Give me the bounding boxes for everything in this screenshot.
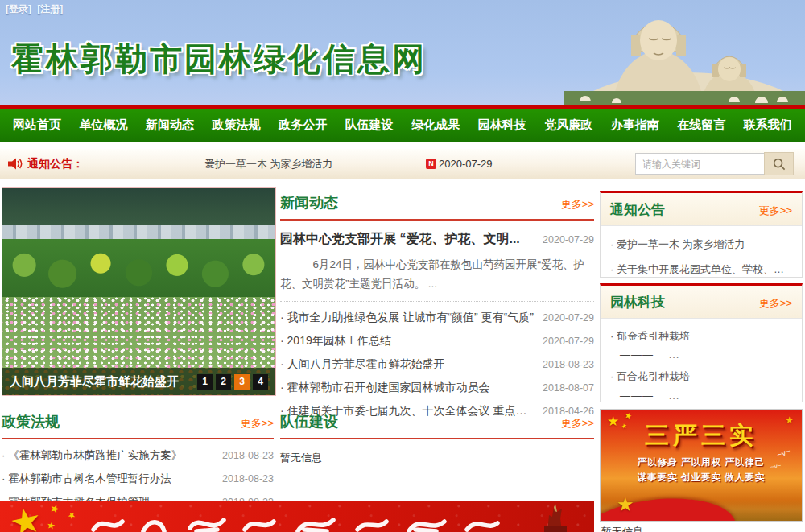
garden-tech-header: 园林科技 更多>> (601, 286, 802, 319)
nav-item-team[interactable]: 队伍建设 (345, 118, 394, 133)
garden-tech-body: 郁金香引种栽培 ——— ... 百合花引种栽培 ——— ... (601, 319, 802, 414)
nav-item-policy[interactable]: 政策法规 (213, 118, 261, 133)
dove-icon: ~v~ (770, 462, 782, 471)
policy-section: 政策法规 更多>> 《霍林郭勒市林荫路推广实施方案》 2018-08-23 霍林… (2, 412, 274, 513)
policy-link[interactable]: 《霍林郭勒市林荫路推广实施方案》 (2, 448, 188, 463)
nav-item-party[interactable]: 党风廉政 (544, 118, 592, 133)
news-title: 新闻动态 (280, 193, 338, 212)
right-bottom-empty-text: 暂无信息 (601, 525, 643, 532)
search-icon (773, 158, 786, 171)
news-section: 新闻动态 更多>> 园林中心党支部开展 “爱花、护花、文明... 2020-07… (280, 193, 594, 423)
carousel-pagination: 1 2 3 4 (197, 374, 268, 390)
news-date: 2020-07-29 (543, 312, 594, 324)
search-button[interactable] (764, 152, 794, 175)
team-section: 队伍建设 更多>> 暂无信息 (280, 412, 594, 465)
notice-box-title: 通知公告 (610, 200, 665, 219)
featured-news-date: 2020-07-29 (543, 234, 594, 245)
tech-link[interactable]: 百合花引种栽培 (610, 365, 792, 387)
notice-ticker-link[interactable]: 爱护一草一木 为家乡增活力 (204, 157, 426, 171)
policy-list-item: 霍林郭勒市古树名木管理暂行办法 2018-08-23 (2, 467, 274, 490)
news-date: 2018-08-23 (543, 359, 594, 370)
speaker-icon (8, 158, 23, 170)
notice-box: 通知公告 更多>> 爱护一草一木 为家乡增活力 关于集中开展花园式单位、学校、工… (600, 191, 803, 278)
main-nav: 网站首页 单位概况 新闻动态 政策法规 政务公开 队伍建设 绿化成果 园林科技 … (0, 109, 805, 142)
nav-item-news[interactable]: 新闻动态 (146, 118, 194, 133)
nav-item-greening[interactable]: 绿化成果 (411, 118, 460, 133)
carousel-page-1[interactable]: 1 (197, 374, 213, 390)
news-list: 我市全力助推绿色发展 让城市有“颜值” 更有“气质” 2020-07-29 20… (280, 306, 594, 423)
news-link[interactable]: 我市全力助推绿色发展 让城市有“颜值” 更有“气质” (280, 311, 540, 325)
featured-news-summary: 6月24日，园林中心党支部在敖包山芍药园开展“爱花、护花、文明赏花”主题党日活动… (280, 255, 594, 293)
search-input[interactable] (635, 153, 764, 175)
genghis-khan-statues-image (564, 0, 805, 105)
star-icon: ★ (46, 519, 56, 532)
news-link[interactable]: 霍林郭勒市召开创建国家园林城市动员会 (280, 381, 497, 395)
sanyan-banner-line2: 谋事要实 创业要实 做人要实 (601, 472, 802, 484)
star-icon: ★ (65, 509, 78, 522)
tech-stub-line: ——— (620, 348, 654, 361)
policy-title: 政策法规 (2, 412, 60, 431)
news-list-item: 2019年园林工作总结 2020-07-29 (280, 329, 594, 353)
notice-label: 通知公告： (27, 157, 84, 171)
policy-date: 2018-08-23 (222, 450, 274, 461)
dotted-divider (280, 301, 594, 302)
carousel-caption[interactable]: 人间八月芳菲尽霍市鲜花始盛开 (10, 374, 197, 390)
notice-box-header: 通知公告 更多>> (601, 193, 802, 226)
calligraphy-strokes-art (87, 512, 522, 532)
nav-item-message[interactable]: 在线留言 (677, 118, 725, 133)
notice-link[interactable]: 爱护一草一木 为家乡增活力 (610, 233, 792, 258)
policy-link[interactable]: 霍林郭勒市古树名木管理暂行办法 (2, 472, 178, 486)
tech-item-stub: ——— ... (620, 390, 792, 402)
big-star-icon: ★ (6, 501, 45, 532)
site-title: 霍林郭勒市园林绿化信息网 (11, 37, 427, 81)
carousel-page-3[interactable]: 3 (234, 374, 250, 390)
news-list-item: 人间八月芳菲尽霍市鲜花始盛开 2018-08-23 (280, 353, 594, 376)
team-header: 队伍建设 更多>> (280, 412, 594, 439)
nav-item-gov-affairs[interactable]: 政务公开 (279, 118, 327, 133)
team-empty-text: 暂无信息 (280, 451, 594, 465)
carousel-page-2[interactable]: 2 (216, 374, 231, 390)
news-date: 2020-07-29 (543, 336, 594, 347)
nav-item-guide[interactable]: 办事指南 (611, 118, 659, 133)
sanyan-sanshi-banner[interactable]: ★ ★ ★ ★ 三严三实 严以修身 严以用权 严以律己 谋事要实 创业要实 做人… (600, 409, 803, 522)
photo-carousel[interactable]: 人间八月芳菲尽霍市鲜花始盛开 1 2 3 4 (2, 187, 276, 396)
register-link[interactable]: [注册] (37, 3, 63, 14)
notice-ticker-date: 2020-07-29 (439, 158, 493, 170)
carousel-caption-bar: 人间八月芳菲尽霍市鲜花始盛开 1 2 3 4 (2, 368, 275, 395)
team-more-link[interactable]: 更多>> (561, 416, 594, 431)
page: [登录] [注册] 霍林郭勒市园林绿化信息网 网站首页 单位概况 新闻动态 (0, 0, 805, 532)
policy-date: 2018-08-23 (222, 473, 274, 485)
team-title: 队伍建设 (280, 412, 338, 431)
notice-link[interactable]: 关于集中开展花园式单位、学校、工厂... (610, 258, 792, 282)
notice-box-body: 爱护一草一木 为家乡增活力 关于集中开展花园式单位、学校、工厂... (601, 226, 802, 290)
nav-item-contact[interactable]: 联系我们 (744, 118, 792, 133)
news-header: 新闻动态 更多>> (280, 193, 594, 221)
bottom-red-banner[interactable]: ★ ★ ★ ★ (0, 501, 594, 532)
garden-tech-box: 园林科技 更多>> 郁金香引种栽培 ——— ... 百合花引种栽培 ——— ..… (600, 283, 803, 402)
policy-header: 政策法规 更多>> (2, 412, 274, 439)
carousel-page-4[interactable]: 4 (253, 374, 268, 390)
login-link[interactable]: [登录] (6, 3, 31, 14)
featured-news-title[interactable]: 园林中心党支部开展 “爱花、护花、文明... (280, 231, 520, 248)
account-links: [登录] [注册] (6, 2, 66, 16)
policy-more-link[interactable]: 更多>> (241, 416, 274, 431)
site-header: [登录] [注册] 霍林郭勒市园林绿化信息网 (0, 0, 805, 105)
tech-stub-dots: ... (669, 390, 680, 402)
news-link[interactable]: 2019年园林工作总结 (280, 334, 398, 348)
tech-link[interactable]: 郁金香引种栽培 (610, 325, 792, 347)
news-link[interactable]: 人间八月芳菲尽霍市鲜花始盛开 (280, 357, 452, 372)
nav-item-about[interactable]: 单位概况 (80, 118, 128, 133)
featured-news: 园林中心党支部开展 “爱花、护花、文明... 2020-07-29 (280, 231, 594, 248)
tech-stub-dots: ... (669, 348, 680, 361)
news-list-item: 霍林郭勒市召开创建国家园林城市动员会 2018-08-07 (280, 376, 594, 399)
nav-item-garden-tech[interactable]: 园林科技 (478, 118, 526, 133)
nav-item-home[interactable]: 网站首页 (13, 118, 61, 133)
garden-tech-more-link[interactable]: 更多>> (759, 296, 792, 311)
news-more-link[interactable]: 更多>> (561, 197, 594, 212)
statue-silhouette-art (533, 502, 572, 532)
notice-box-more-link[interactable]: 更多>> (759, 204, 792, 218)
tech-stub-line: ——— (620, 390, 654, 402)
policy-list-item: 《霍林郭勒市林荫路推广实施方案》 2018-08-23 (2, 443, 274, 467)
carousel-image-trees (2, 239, 275, 297)
news-list-item: 我市全力助推绿色发展 让城市有“颜值” 更有“气质” 2020-07-29 (280, 306, 594, 329)
